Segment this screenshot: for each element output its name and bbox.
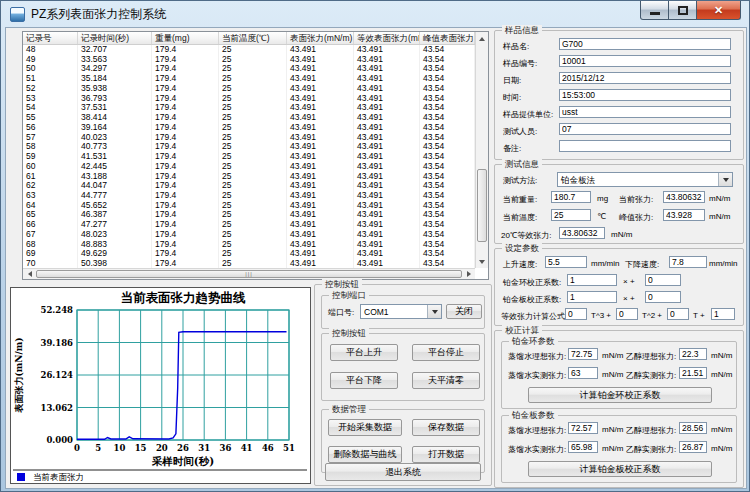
column-header[interactable]: 重量(mg) bbox=[152, 32, 219, 44]
tester-input[interactable] bbox=[559, 123, 731, 135]
table-row[interactable]: 6748.023179.42543.49143.49143.54 bbox=[23, 230, 475, 240]
port-close-button[interactable]: 关闭 bbox=[446, 304, 482, 319]
plate-coef-mult-input[interactable] bbox=[567, 291, 617, 303]
start-collect-button[interactable]: 开始采集数据 bbox=[328, 419, 402, 436]
table-cell: 25 bbox=[219, 210, 287, 220]
sample-name-input[interactable] bbox=[559, 38, 731, 50]
close-window-button[interactable]: ✕ bbox=[696, 1, 741, 20]
table-row[interactable]: 5336.793179.42543.49143.49143.54 bbox=[23, 94, 475, 104]
formula-t3-input[interactable] bbox=[565, 308, 587, 320]
minimize-button[interactable] bbox=[640, 1, 669, 20]
ring-water-ideal-input[interactable] bbox=[568, 348, 598, 360]
sample-id-input[interactable] bbox=[559, 55, 731, 67]
plate-coef-add-input[interactable] bbox=[645, 291, 681, 303]
chevron-down-icon[interactable] bbox=[718, 173, 732, 186]
formula-const-input[interactable] bbox=[711, 308, 735, 320]
current-weight-input[interactable] bbox=[551, 191, 591, 203]
exit-system-button[interactable]: 退出系统 bbox=[325, 463, 481, 481]
plate-water-ideal-input[interactable] bbox=[568, 422, 598, 434]
formula-t1-input[interactable] bbox=[667, 308, 689, 320]
table-row[interactable]: 6143.188179.42543.49143.49143.54 bbox=[23, 172, 475, 182]
table-cell: 34.297 bbox=[78, 64, 152, 74]
x-tick-label: 5 bbox=[95, 443, 101, 453]
table-cell: 43.491 bbox=[354, 142, 420, 152]
platform-up-button[interactable]: 平台上升 bbox=[330, 344, 398, 361]
table-row[interactable]: 6244.047179.42543.49143.49143.54 bbox=[23, 181, 475, 191]
table-cell: 43.54 bbox=[420, 113, 475, 123]
table-cell: 43.54 bbox=[420, 172, 475, 182]
table-cell: 43.54 bbox=[420, 45, 475, 55]
calc-ring-coef-button[interactable]: 计算铂金环校正系数 bbox=[528, 387, 712, 403]
table-cell: 43.491 bbox=[287, 74, 354, 84]
table-row[interactable]: 5639.164179.42543.49143.49143.54 bbox=[23, 123, 475, 133]
platform-down-button[interactable]: 平台下降 bbox=[330, 372, 398, 389]
table-row[interactable]: 6042.445179.42543.49143.49143.54 bbox=[23, 162, 475, 172]
balance-zero-button[interactable]: 天平清零 bbox=[412, 372, 480, 389]
column-header[interactable]: 记录时间(秒) bbox=[78, 32, 152, 44]
ring-ethanol-measured-input[interactable] bbox=[679, 367, 707, 379]
table-row[interactable]: 6546.387179.42543.49143.49143.54 bbox=[23, 210, 475, 220]
ring-ethanol-ideal-input[interactable] bbox=[679, 348, 707, 360]
table-cell: 179.4 bbox=[152, 74, 219, 84]
rise-speed-input[interactable] bbox=[545, 256, 587, 268]
table-row[interactable]: 7050.398179.42543.49143.49143.54 bbox=[23, 259, 475, 268]
fall-speed-input[interactable] bbox=[669, 256, 707, 268]
table-row[interactable]: 5740.023179.42543.49143.49143.54 bbox=[23, 133, 475, 143]
plate-ethanol-ideal-input[interactable] bbox=[679, 422, 707, 434]
x-tick-label: 46 bbox=[262, 443, 274, 453]
test-method-select[interactable]: 铂金板法 bbox=[557, 172, 733, 187]
column-header[interactable]: 当前温度(℃) bbox=[219, 32, 287, 44]
equiv-tension-20c-input[interactable] bbox=[559, 227, 605, 239]
remark-input[interactable] bbox=[559, 140, 731, 152]
plate-ethanol-measured-input[interactable] bbox=[679, 441, 707, 453]
table-row[interactable]: 6647.277179.42543.49143.49143.54 bbox=[23, 220, 475, 230]
column-header[interactable]: 表面张力(mN/m) bbox=[287, 32, 354, 44]
table-cell: 25 bbox=[219, 259, 287, 268]
port-select[interactable]: COM1 bbox=[360, 304, 442, 319]
table-row[interactable]: 6445.652179.42543.49143.49143.54 bbox=[23, 201, 475, 211]
table-row[interactable]: 6848.883179.42543.49143.49143.54 bbox=[23, 240, 475, 250]
open-data-button[interactable]: 打开数据 bbox=[412, 446, 480, 463]
date-input[interactable] bbox=[559, 72, 731, 84]
maximize-button[interactable] bbox=[668, 1, 697, 20]
chevron-down-icon[interactable] bbox=[427, 305, 441, 318]
title-bar[interactable]: PZ系列表面张力控制系统 ✕ bbox=[1, 1, 749, 27]
scroll-down-button[interactable] bbox=[476, 256, 488, 268]
table-row[interactable]: 5538.414179.42543.49143.49143.54 bbox=[23, 113, 475, 123]
table-row[interactable]: 5437.531179.42543.49143.49143.54 bbox=[23, 103, 475, 113]
table-row[interactable]: 5034.297179.42543.49143.49143.54 bbox=[23, 64, 475, 74]
table-vertical-scrollbar[interactable] bbox=[475, 32, 488, 268]
column-header[interactable]: 等效表面张力(mN/... bbox=[354, 32, 420, 44]
current-tension-input[interactable] bbox=[663, 191, 705, 203]
platform-stop-button[interactable]: 平台停止 bbox=[412, 344, 480, 361]
table-row[interactable]: 6344.777179.42543.49143.49143.54 bbox=[23, 191, 475, 201]
ring-coef-add-input[interactable] bbox=[645, 274, 681, 286]
provider-input[interactable] bbox=[559, 106, 731, 118]
table-row[interactable]: 5235.938179.42543.49143.49143.54 bbox=[23, 84, 475, 94]
save-data-button[interactable]: 保存数据 bbox=[412, 419, 480, 436]
plate-water-measured-input[interactable] bbox=[568, 441, 598, 453]
vertical-scroll-thumb[interactable] bbox=[477, 169, 487, 242]
formula-t2-input[interactable] bbox=[616, 308, 638, 320]
scroll-up-button[interactable] bbox=[476, 32, 488, 44]
ring-coef-mult-input[interactable] bbox=[567, 274, 617, 286]
horizontal-scroll-thumb[interactable]: ||| bbox=[36, 270, 462, 278]
table-row[interactable]: 4832.707179.42543.49143.49143.54 bbox=[23, 45, 475, 55]
table-row[interactable]: 5135.184179.42543.49143.49143.54 bbox=[23, 74, 475, 84]
current-temp-input[interactable] bbox=[551, 209, 591, 221]
ring-water-measured-input[interactable] bbox=[568, 367, 598, 379]
scroll-left-button[interactable] bbox=[23, 269, 35, 279]
calc-plate-coef-button[interactable]: 计算铂金板校正系数 bbox=[528, 461, 712, 477]
table-row[interactable]: 5840.773179.42543.49143.49143.54 bbox=[23, 142, 475, 152]
table-row[interactable]: 5941.531179.42543.49143.49143.54 bbox=[23, 152, 475, 162]
scroll-right-button[interactable] bbox=[463, 269, 475, 279]
table-cell: 43.491 bbox=[354, 240, 420, 250]
table-horizontal-scrollbar[interactable]: ||| bbox=[23, 268, 475, 279]
delete-data-button[interactable]: 删除数据与曲线 bbox=[328, 446, 402, 463]
column-header[interactable]: 记录号 bbox=[23, 32, 78, 44]
column-header[interactable]: 峰值表面张力(m bbox=[420, 32, 475, 44]
table-row[interactable]: 6949.629179.42543.49143.49143.54 bbox=[23, 249, 475, 259]
time-input[interactable] bbox=[559, 89, 731, 101]
peak-tension-input[interactable] bbox=[663, 209, 705, 221]
table-row[interactable]: 4933.563179.42543.49143.49143.54 bbox=[23, 55, 475, 65]
